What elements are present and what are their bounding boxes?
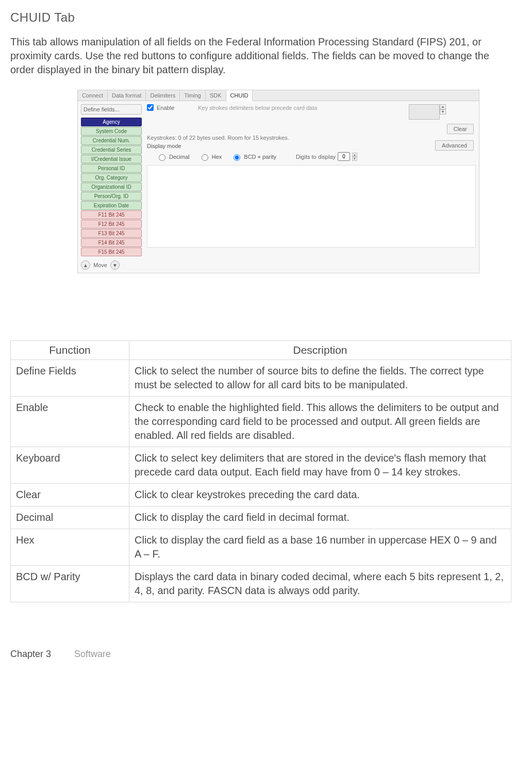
field-item[interactable]: System Code [81,127,142,136]
move-controls: ▲ Move ▼ [81,260,142,270]
field-item[interactable]: Agency [81,118,142,126]
tab-data-format[interactable]: Data format [108,90,146,101]
output-area [147,165,476,248]
move-down-icon[interactable]: ▼ [110,260,120,270]
tab-chuid[interactable]: CHUID [226,90,253,101]
define-fields-button[interactable]: Define fields... [81,104,142,114]
footer-section: Software [74,649,111,659]
table-cell-function: BCD w/ Parity [11,566,129,602]
intro-text: This tab allows manipulation of all fiel… [10,35,511,77]
field-item[interactable]: Organizational ID [81,183,142,191]
table-row: HexClick to display the card field as a … [11,529,511,566]
field-item[interactable]: F12 Bit 245 [81,220,142,228]
field-item[interactable]: I/Credential Issue [81,155,142,163]
page-title: CHUID Tab [10,10,511,25]
field-item[interactable]: F13 Bit 245 [81,229,142,238]
tabs-row: ConnectData formatDelimitersTimingSDKCHU… [78,90,479,101]
table-cell-function: Hex [11,529,129,566]
radio-hex[interactable]: Hex [199,153,222,161]
keyboard-spinner[interactable]: ▴▾ [440,104,446,114]
table-cell-function: Define Fields [11,360,129,397]
field-item[interactable]: Credential Num. [81,136,142,145]
table-cell-description: Click to display the card field as a bas… [129,529,511,566]
table-row: EnableCheck to enable the highlighted fi… [11,397,511,447]
digits-input[interactable] [338,152,350,161]
field-list: AgencySystem CodeCredential Num.Credenti… [81,118,142,256]
table-cell-description: Click to clear keystrokes preceding the … [129,484,511,506]
keystrokes-status: Keystrokes: 0 of 22 bytes used. Room for… [147,135,476,141]
table-cell-description: Click to select the number of source bit… [129,360,511,397]
description-table: Function Description Define FieldsClick … [10,340,511,602]
table-row: DecimalClick to display the card field i… [11,506,511,529]
table-cell-function: Decimal [11,506,129,529]
enable-checkbox[interactable] [147,104,154,111]
table-cell-description: Displays the card data in binary coded d… [129,566,511,602]
table-cell-function: Enable [11,397,129,447]
field-item[interactable]: F11 Bit 245 [81,210,142,219]
table-cell-description: Check to enable the highlighted field. T… [129,397,511,447]
move-up-icon[interactable]: ▲ [81,260,90,270]
field-item[interactable]: Personal ID [81,164,142,173]
table-row: Define FieldsClick to select the number … [11,360,511,397]
tab-sdk[interactable]: SDK [206,90,226,101]
table-cell-function: Keyboard [11,447,129,484]
table-header-description: Description [129,341,511,360]
clear-button[interactable]: Clear [447,124,474,134]
digits-label: Digits to display [296,154,336,160]
radio-decimal-label: Decimal [169,154,190,160]
radio-bcd-label: BCD + parity [244,154,276,160]
field-item[interactable]: F15 Bit 245 [81,248,142,256]
field-item[interactable]: Credential Series [81,145,142,154]
table-cell-function: Clear [11,484,129,506]
field-item[interactable]: Expiration Date [81,201,142,210]
table-header-function: Function [11,341,129,360]
app-screenshot: ConnectData formatDelimitersTimingSDKCHU… [77,90,479,273]
display-mode-label: Display mode [147,143,476,149]
move-label: Move [93,262,107,268]
radio-decimal[interactable]: Decimal [156,153,190,161]
table-row: BCD w/ ParityDisplays the card data in b… [11,566,511,602]
radio-bcd[interactable]: BCD + parity [231,153,276,161]
enable-note: Key strokes delimiters below precede car… [198,105,317,111]
digits-stepper[interactable]: ▴▾ [352,153,357,161]
advanced-button[interactable]: Advanced [435,140,474,151]
table-cell-description: Click to display the card field in decim… [129,506,511,529]
keyboard-preview [409,104,440,120]
enable-label: Enable [157,105,174,111]
field-item[interactable]: Org. Category [81,173,142,182]
table-row: KeyboardClick to select key delimiters t… [11,447,511,484]
field-item[interactable]: F14 Bit 245 [81,238,142,247]
radio-hex-label: Hex [212,154,222,160]
tab-timing[interactable]: Timing [180,90,206,101]
tab-connect[interactable]: Connect [78,90,108,101]
table-cell-description: Click to select key delimiters that are … [129,447,511,484]
field-item[interactable]: Person/Org. ID [81,192,142,201]
page-footer: Chapter 3 Software [10,649,511,660]
tab-delimiters[interactable]: Delimiters [146,90,180,101]
table-row: ClearClick to clear keystrokes preceding… [11,484,511,506]
footer-chapter: Chapter 3 [10,649,51,659]
